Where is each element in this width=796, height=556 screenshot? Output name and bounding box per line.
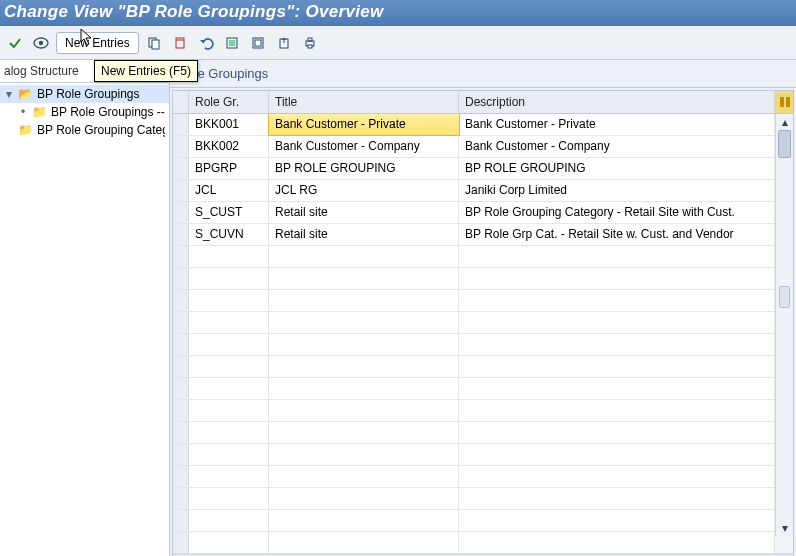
scroll-up-icon[interactable]: ▴ — [776, 114, 793, 130]
row-selector[interactable] — [173, 202, 189, 223]
cell-title[interactable]: Retail site — [269, 224, 459, 245]
scroll-down-icon[interactable]: ▾ — [776, 520, 793, 536]
tree-item-child[interactable]: 📁 BP Role Grouping Catego — [0, 121, 169, 139]
cell-description[interactable]: Bank Customer - Company — [459, 136, 775, 157]
table-row[interactable] — [173, 422, 793, 444]
row-selector[interactable] — [173, 268, 189, 289]
table-row[interactable]: BPGRPBP ROLE GROUPINGBP ROLE GROUPING — [173, 158, 793, 180]
cell-description[interactable] — [459, 290, 775, 311]
row-selector[interactable] — [173, 356, 189, 377]
table-row[interactable]: JCLJCL RGJaniki Corp Limited — [173, 180, 793, 202]
table-row[interactable]: BKK001Bank Customer - PrivateBank Custom… — [173, 114, 793, 136]
row-selector[interactable] — [173, 114, 189, 135]
cell-role-gr[interactable] — [189, 444, 269, 465]
cell-role-gr[interactable] — [189, 510, 269, 531]
cell-title[interactable]: BP ROLE GROUPING — [269, 158, 459, 179]
table-row[interactable] — [173, 488, 793, 510]
cell-role-gr[interactable]: BPGRP — [189, 158, 269, 179]
cell-description[interactable] — [459, 246, 775, 267]
cell-role-gr[interactable] — [189, 378, 269, 399]
cell-role-gr[interactable] — [189, 356, 269, 377]
row-selector[interactable] — [173, 488, 189, 509]
table-row[interactable] — [173, 246, 793, 268]
cell-description[interactable] — [459, 334, 775, 355]
scroll-nub[interactable] — [779, 286, 790, 308]
cell-description[interactable] — [459, 488, 775, 509]
cell-description[interactable]: BP Role Grp Cat. - Retail Site w. Cust. … — [459, 224, 775, 245]
row-selector[interactable] — [173, 378, 189, 399]
table-row[interactable] — [173, 510, 793, 532]
cell-description[interactable] — [459, 378, 775, 399]
configure-columns-icon[interactable] — [775, 91, 793, 113]
row-selector[interactable] — [173, 290, 189, 311]
cell-title[interactable]: Bank Customer - Company — [269, 136, 459, 157]
cell-title[interactable] — [269, 290, 459, 311]
cell-role-gr[interactable] — [189, 246, 269, 267]
toolbar-copy-icon[interactable] — [143, 32, 165, 54]
row-selector[interactable] — [173, 246, 189, 267]
row-selector[interactable] — [173, 224, 189, 245]
table-row[interactable] — [173, 268, 793, 290]
cell-title[interactable] — [269, 400, 459, 421]
table-row[interactable] — [173, 466, 793, 488]
cell-description[interactable] — [459, 510, 775, 531]
cell-description[interactable] — [459, 268, 775, 289]
cell-role-gr[interactable]: BKK001 — [189, 114, 269, 135]
cell-title[interactable] — [269, 510, 459, 531]
tree-item-child[interactable]: • 📁 BP Role Groupings -- — [0, 103, 169, 121]
table-row[interactable] — [173, 532, 793, 554]
header-selector[interactable] — [173, 91, 189, 113]
cell-title[interactable] — [269, 466, 459, 487]
cell-title[interactable] — [269, 488, 459, 509]
row-selector[interactable] — [173, 400, 189, 421]
cell-role-gr[interactable] — [189, 532, 269, 553]
toolbar-display-icon[interactable] — [30, 32, 52, 54]
row-selector[interactable] — [173, 510, 189, 531]
row-selector[interactable] — [173, 422, 189, 443]
cell-role-gr[interactable] — [189, 488, 269, 509]
cell-role-gr[interactable] — [189, 466, 269, 487]
row-selector[interactable] — [173, 466, 189, 487]
cell-title[interactable]: Bank Customer - Private — [268, 114, 460, 136]
toolbar-delete-icon[interactable] — [169, 32, 191, 54]
cell-role-gr[interactable] — [189, 290, 269, 311]
scroll-thumb[interactable] — [778, 130, 791, 158]
cell-description[interactable] — [459, 444, 775, 465]
table-row[interactable] — [173, 444, 793, 466]
toolbar-check-icon[interactable] — [4, 32, 26, 54]
cell-role-gr[interactable] — [189, 422, 269, 443]
table-row[interactable] — [173, 356, 793, 378]
row-selector[interactable] — [173, 158, 189, 179]
cell-description[interactable]: Janiki Corp Limited — [459, 180, 775, 201]
table-row[interactable] — [173, 312, 793, 334]
cell-title[interactable] — [269, 378, 459, 399]
toolbar-print-icon[interactable] — [299, 32, 321, 54]
cell-description[interactable] — [459, 422, 775, 443]
cell-title[interactable]: JCL RG — [269, 180, 459, 201]
cell-title[interactable] — [269, 312, 459, 333]
row-selector[interactable] — [173, 136, 189, 157]
cell-title[interactable] — [269, 246, 459, 267]
new-entries-button[interactable]: New Entries — [56, 32, 139, 54]
cell-title[interactable] — [269, 532, 459, 553]
cell-description[interactable]: Bank Customer - Private — [459, 114, 775, 135]
toolbar-export-icon[interactable] — [273, 32, 295, 54]
table-row[interactable] — [173, 334, 793, 356]
cell-role-gr[interactable] — [189, 268, 269, 289]
cell-description[interactable] — [459, 356, 775, 377]
cell-description[interactable]: BP Role Grouping Category - Retail Site … — [459, 202, 775, 223]
cell-role-gr[interactable] — [189, 334, 269, 355]
cell-title[interactable] — [269, 334, 459, 355]
row-selector[interactable] — [173, 180, 189, 201]
table-row[interactable] — [173, 400, 793, 422]
collapse-icon[interactable]: ▾ — [4, 87, 14, 101]
cell-description[interactable] — [459, 532, 775, 553]
header-description[interactable]: Description — [459, 91, 775, 113]
cell-title[interactable] — [269, 356, 459, 377]
cell-title[interactable] — [269, 444, 459, 465]
table-row[interactable]: S_CUSTRetail siteBP Role Grouping Catego… — [173, 202, 793, 224]
table-row[interactable]: S_CUVNRetail siteBP Role Grp Cat. - Reta… — [173, 224, 793, 246]
cell-title[interactable] — [269, 268, 459, 289]
table-row[interactable] — [173, 290, 793, 312]
toolbar-undo-icon[interactable] — [195, 32, 217, 54]
